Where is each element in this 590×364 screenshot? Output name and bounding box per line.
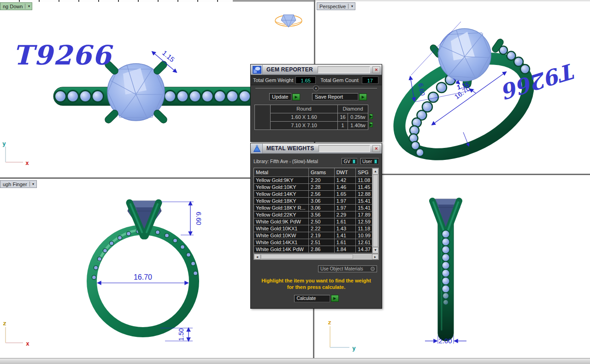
instruction-text: Highlight the item you want to find the … <box>251 277 382 290</box>
cell-metal: Yellow Gold:9KY <box>254 177 309 183</box>
row-run-button[interactable]: ▶ <box>369 122 373 127</box>
cell-metal: Yellow Gold:10KY <box>254 184 309 190</box>
update-run-button[interactable]: ▶ <box>292 94 300 100</box>
calculate-button[interactable]: Calculate <box>294 295 330 302</box>
gem-reporter-buttons: Update ▶ Save Report ▶ <box>251 92 382 102</box>
cell-grams: 2.19 <box>309 232 335 239</box>
cell-grams: 2.28 <box>309 184 335 190</box>
gem-row-action[interactable]: ▶ <box>369 121 376 130</box>
gem-reporter-panel: GEM REPORTER × Total Gem Weight 1.65 Tot… <box>250 64 382 142</box>
cell-dwt: 1.97 <box>335 198 356 204</box>
use-object-materials-button[interactable]: Use Object Materials <box>318 265 377 272</box>
dimension-shank-width: 2.00 <box>425 335 466 345</box>
gem-row-weight[interactable]: 0.25tw <box>348 113 368 122</box>
scroll-track[interactable] <box>353 254 372 259</box>
update-button[interactable]: Update <box>269 93 291 100</box>
axis-indicator: z y <box>328 319 356 352</box>
dimension-head-height: 6.60 <box>161 202 203 235</box>
view-dropdown-through-finger[interactable]: ugh Finger ▼ <box>0 180 37 188</box>
collapse-strip: ▲ <box>251 85 382 92</box>
gv-button[interactable]: GV <box>342 158 357 164</box>
radio-icon <box>371 267 375 271</box>
metal-table-row[interactable]: Yellow Gold:9KY 2.20 1.42 11.08 <box>254 177 378 184</box>
instruction-line-2: for then press calculate. <box>251 284 382 290</box>
user-button[interactable]: User <box>360 158 379 164</box>
total-gem-count-label: Total Gem Count <box>318 77 361 83</box>
metal-weights-panel: METAL WEIGHTS × Library: Fifth Ave - (Sl… <box>250 143 382 309</box>
app-window: 1.15 T9266 y x ng Down ▼ <box>0 0 590 364</box>
gem-row-weight[interactable]: 1.40tw <box>348 121 368 130</box>
axis-z-label: z <box>3 320 6 327</box>
gem-material-header: Diamond <box>337 105 368 113</box>
metal-table-row[interactable]: Yellow Gold:22KY 3.56 2.29 17.89 <box>254 211 378 218</box>
close-button[interactable]: × <box>372 145 380 152</box>
axis-indicator: z x <box>3 320 30 347</box>
scroll-up-button[interactable]: ▲ <box>372 168 378 175</box>
scroll-down-button[interactable]: ▼ <box>372 247 378 253</box>
cell-metal: White Gold:10KW <box>254 232 309 239</box>
metal-table-row[interactable]: White Gold:10KX1 2.22 1.43 11.18 <box>254 225 378 232</box>
dimension-diameter: 16.70 <box>98 273 188 283</box>
cell-grams: 2.86 <box>309 246 335 252</box>
gem-row-size[interactable]: 7.10 X 7.10 <box>270 121 338 130</box>
metal-table-row[interactable]: Yellow Gold:18KY R... 3.06 1.97 15.41 <box>254 205 378 211</box>
scroll-right-button[interactable]: ► <box>372 254 378 259</box>
gem-row-action[interactable]: ▶ <box>369 113 376 122</box>
metal-table-row[interactable]: Yellow Gold:18KY 3.06 1.97 15.41 <box>254 198 378 205</box>
dropdown-arrow-icon: ▼ <box>32 182 35 186</box>
dimension-label-head-height: 6.60 <box>195 211 203 225</box>
total-gem-count-value: 17 <box>362 76 378 84</box>
gem-row-count[interactable]: 1 <box>337 121 348 130</box>
gem-row-size[interactable]: 1.60 X 1.60 <box>270 113 338 122</box>
view-dropdown-perspective[interactable]: Perspective ▼ <box>317 2 355 10</box>
column-header-dwt[interactable]: DWT <box>335 168 356 176</box>
scroll-right-icon: ► <box>374 255 377 258</box>
view-dropdown-label: ng Down <box>3 4 23 9</box>
cell-grams: 2.20 <box>309 177 335 183</box>
gem-row-count[interactable]: 16 <box>337 113 348 122</box>
metal-table-row[interactable]: White Gold:10KW 2.19 1.41 10.99 <box>254 232 378 239</box>
gem-reporter-titlebar[interactable]: GEM REPORTER × <box>251 65 382 75</box>
horizontal-scrollbar[interactable]: ◄ ► <box>254 254 379 260</box>
column-header-grams[interactable]: Grams <box>309 168 335 176</box>
cell-dwt: 1.41 <box>335 232 356 239</box>
collapse-button[interactable]: ▲ <box>313 85 319 91</box>
axis-x-label: x <box>26 340 30 347</box>
cell-metal: White Gold:14K PdW <box>254 246 309 252</box>
gem-preview-image <box>255 111 269 123</box>
run-arrow-icon: ▶ <box>295 95 297 99</box>
run-arrow-icon: ▶ <box>333 296 336 300</box>
close-icon: × <box>375 67 378 72</box>
library-label: Library: Fifth Ave - (Slow)-Metal <box>254 159 338 164</box>
scroll-thumb[interactable] <box>261 254 353 259</box>
calculate-run-button[interactable]: ▶ <box>331 295 339 302</box>
spacer <box>369 105 376 113</box>
metal-weights-titlebar[interactable]: METAL WEIGHTS × <box>251 143 382 154</box>
metal-table-row[interactable]: White Gold:14K PdW 2.86 1.84 14.37 <box>254 246 378 253</box>
metal-table-row[interactable]: White Gold:14KX1 2.51 1.61 12.61 <box>254 239 378 246</box>
scroll-down-icon: ▼ <box>374 248 377 252</box>
scroll-thumb[interactable] <box>373 175 378 247</box>
cell-dwt: 1.43 <box>335 225 356 232</box>
status-bar <box>0 358 590 364</box>
cell-metal: Yellow Gold:18KY <box>254 198 309 204</box>
vertical-scrollbar[interactable]: ▲ ▼ <box>372 168 378 253</box>
save-report-run-button[interactable]: ▶ <box>359 94 367 100</box>
scroll-left-button[interactable]: ◄ <box>254 254 260 259</box>
column-header-metal[interactable]: Metal <box>254 168 309 176</box>
user-label: User <box>362 159 372 164</box>
save-report-button[interactable]: Save Report <box>312 93 358 100</box>
axis-indicator: y x <box>2 140 29 166</box>
cell-grams: 3.56 <box>309 211 335 218</box>
dropdown-arrow-icon: ▼ <box>350 5 354 8</box>
cell-dwt: 1.65 <box>335 191 356 197</box>
metal-table-row[interactable]: White Gold:9K PdW 2.50 1.61 12.59 <box>254 218 378 225</box>
metal-table-row[interactable]: Yellow Gold:10KY 2.28 1.46 11.45 <box>254 184 378 191</box>
close-button[interactable]: × <box>372 66 380 73</box>
view-dropdown-label: Perspective <box>319 4 346 9</box>
scroll-left-icon: ◄ <box>256 255 259 258</box>
metal-table-row[interactable]: Yellow Gold:14KY 2.56 1.65 12.88 <box>254 191 378 198</box>
row-run-button[interactable]: ▶ <box>369 114 373 119</box>
view-dropdown-looking-down[interactable]: ng Down ▼ <box>0 2 32 10</box>
scroll-up-icon: ▲ <box>374 170 377 173</box>
